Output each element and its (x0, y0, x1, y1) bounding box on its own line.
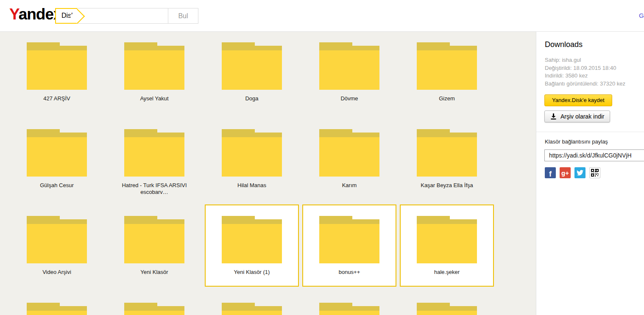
folder-item[interactable]: Dövme (302, 31, 396, 113)
folder-name: Karım (302, 182, 396, 189)
folder-icon (319, 129, 379, 177)
folder-name: Kaşar Beyza Ella İfşa (400, 182, 494, 189)
folder-name: bonus++ (303, 269, 396, 276)
share-link-label: Klasör bağlantısını paylaş (545, 138, 644, 145)
details-sidebar: Downloads Sahip: isha.gul Değiştirildi: … (536, 32, 644, 315)
folder-icon (124, 42, 184, 90)
folder-grid: 427 ARŞİV Aysel Yakut Doga Dövme Gizem G… (10, 31, 494, 315)
meta-downloaded: Indirildi: 3580 kez (545, 72, 644, 80)
folder-title: Downloads (545, 40, 644, 49)
folder-name: Yeni Klasör (1) (206, 269, 298, 276)
folder-item-selected[interactable]: bonus++ (302, 204, 396, 287)
logo-letter-y: Y (9, 6, 19, 23)
folder-item[interactable]: Doga (205, 31, 299, 113)
folder-name: hale.şeker (401, 269, 493, 276)
facebook-icon[interactable]: f (545, 167, 556, 178)
folder-icon (27, 303, 87, 315)
folder-icon (27, 42, 87, 90)
folder-item[interactable]: Yeni Klasör (107, 204, 201, 287)
folder-item[interactable]: Gülşah Cesur (10, 118, 104, 200)
download-archive-button[interactable]: Arşiv olarak indir (544, 111, 610, 122)
qr-pattern (591, 169, 599, 177)
folder-item[interactable] (400, 291, 494, 315)
folder-icon (417, 129, 477, 177)
folder-name: Gizem (400, 95, 494, 102)
folder-item[interactable]: Aysel Yakut (107, 31, 201, 113)
folder-item-selected[interactable]: hale.şeker (400, 204, 494, 287)
folder-icon (319, 216, 379, 263)
folder-item[interactable]: 427 ARŞİV (10, 31, 104, 113)
folder-icon (27, 129, 87, 177)
social-share-row: f g+ (545, 167, 644, 178)
folder-icon (222, 42, 282, 90)
google-plus-glyph: g+ (561, 169, 569, 177)
search-scope-disk-tag[interactable]: Disk (55, 8, 77, 24)
folder-item[interactable]: Hilal Manas (205, 118, 299, 200)
folder-icon (27, 216, 87, 263)
folder-icon (417, 42, 477, 90)
folder-name: 427 ARŞİV (10, 95, 104, 102)
folder-item-selected[interactable]: Yeni Klasör (1) (205, 204, 299, 287)
folder-icon (222, 216, 282, 263)
folder-item[interactable]: Gizem (400, 31, 494, 113)
folder-item[interactable] (10, 291, 104, 315)
folder-item[interactable] (205, 291, 299, 315)
folder-name: Gülşah Cesur (10, 182, 104, 189)
share-url-input[interactable] (544, 149, 644, 161)
folder-name: Hatred - Turk IFSA ARSIVI escobarv… (107, 182, 201, 196)
google-plus-icon[interactable]: g+ (560, 167, 571, 178)
twitter-icon[interactable] (574, 167, 585, 178)
sidebar-divider (536, 132, 644, 132)
folder-item[interactable]: Video Arşivi (10, 204, 104, 287)
meta-link-views: Bağlantı görüntülendi: 37320 kez (545, 80, 644, 88)
folder-icon (319, 303, 379, 315)
folder-name: Video Arşivi (10, 269, 104, 276)
search-input[interactable] (87, 9, 166, 23)
twitter-bird (577, 169, 583, 176)
yandex-logo[interactable]: Yandex (9, 6, 62, 23)
folder-icon (222, 303, 282, 315)
facebook-glyph: f (549, 170, 552, 179)
meta-modified: Değiştirildi: 18.09.2015 18:40 (545, 64, 644, 72)
meta-owner: Sahip: isha.gul (545, 56, 644, 64)
folder-item[interactable] (302, 291, 396, 315)
download-icon (550, 113, 557, 120)
qr-code-icon[interactable] (589, 167, 600, 178)
folder-icon (417, 216, 477, 263)
folder-name: Aysel Yakut (107, 95, 201, 102)
folder-name: Dövme (302, 95, 396, 102)
folder-item[interactable]: Karım (302, 118, 396, 200)
folder-item[interactable]: Kaşar Beyza Ella İfşa (400, 118, 494, 200)
login-link[interactable]: Gi (639, 12, 644, 19)
download-archive-label: Arşiv olarak indir (560, 113, 604, 120)
save-to-disk-button[interactable]: Yandex.Disk'e kaydet (544, 94, 612, 106)
top-header: Yandex Disk Bul Gi (0, 0, 644, 32)
folder-icon (222, 129, 282, 177)
folder-name: Yeni Klasör (107, 269, 201, 276)
folder-item[interactable] (107, 291, 201, 315)
folder-icon (319, 42, 379, 90)
folder-item[interactable]: Hatred - Turk IFSA ARSIVI escobarv… (107, 118, 201, 200)
folder-icon (417, 303, 477, 315)
folder-name: Doga (205, 95, 299, 102)
folder-icon (124, 303, 184, 315)
folder-name: Hilal Manas (205, 182, 299, 189)
search-submit-button[interactable]: Bul (168, 8, 198, 24)
folder-meta: Sahip: isha.gul Değiştirildi: 18.09.2015… (545, 56, 644, 88)
folder-icon (124, 129, 184, 177)
folder-icon (124, 216, 184, 263)
